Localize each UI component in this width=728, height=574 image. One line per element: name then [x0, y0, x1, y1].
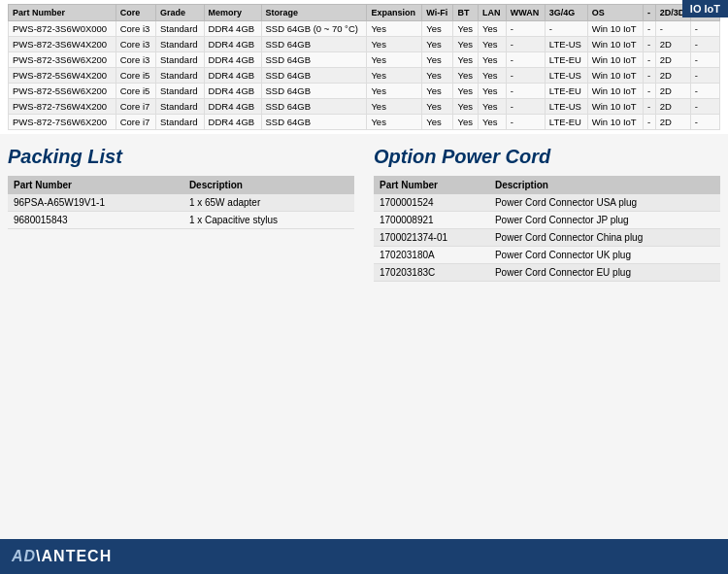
- packing-list-table: Part Number Description 96PSA-A65W19V1-1…: [8, 176, 354, 229]
- table-cell: SSD 64GB: [261, 68, 367, 84]
- table-cell: -: [506, 68, 545, 84]
- table-cell: -: [644, 84, 656, 99]
- table-cell: SSD 64GB: [261, 84, 367, 99]
- table-cell: Core i5: [116, 68, 155, 84]
- packing-list-body: 96PSA-A65W19V1-11 x 65W adapter968001584…: [8, 194, 354, 229]
- main-table: Part Number Core Grade Memory Storage Ex…: [8, 4, 720, 130]
- table-cell: 2D: [655, 52, 690, 68]
- table-cell: DDR4 4GB: [204, 37, 261, 52]
- table-cell: Standard: [156, 68, 205, 84]
- table-cell: Yes: [453, 37, 479, 52]
- table-cell: -: [644, 115, 656, 130]
- table-cell: DDR4 4GB: [204, 84, 261, 99]
- option-power-table: Part Number Description 1700001524Power …: [374, 176, 720, 282]
- table-cell: -: [545, 21, 587, 37]
- table-cell: Yes: [422, 99, 453, 115]
- table-cell: Standard: [156, 52, 205, 68]
- table-cell: Yes: [367, 99, 422, 115]
- table-cell: PWS-872-7S6W6X200: [9, 115, 116, 130]
- table-cell: Yes: [453, 52, 479, 68]
- table-cell: -: [690, 99, 719, 115]
- table-cell: Yes: [479, 21, 507, 37]
- list-cell: Power Cord Connector UK plug: [489, 247, 720, 264]
- table-row: PWS-872-7S6W6X200Core i7StandardDDR4 4GB…: [9, 115, 720, 130]
- table-cell: 2D: [655, 84, 690, 99]
- option-power-title: Option Power Cord: [374, 146, 720, 168]
- table-cell: SSD 64GB (0 ~ 70 °C): [261, 21, 367, 37]
- table-cell: Standard: [156, 21, 205, 37]
- table-cell: -: [690, 84, 719, 99]
- list-cell: 1 x Capacitive stylus: [183, 212, 354, 229]
- table-cell: 2D: [655, 115, 690, 130]
- table-cell: Win 10 IoT: [587, 84, 643, 99]
- table-cell: Win 10 IoT: [587, 115, 643, 130]
- list-cell: 1700008921: [374, 212, 489, 229]
- table-row: PWS-872-3S6W4X200Core i3StandardDDR4 4GB…: [9, 37, 720, 52]
- packing-col-desc: Description: [183, 176, 354, 194]
- main-table-body: PWS-872-3S6W0X000Core i3StandardDDR4 4GB…: [9, 21, 720, 130]
- table-cell: -: [644, 99, 656, 115]
- table-cell: Yes: [367, 115, 422, 130]
- list-item: 1700021374-01Power Cord Connector China …: [374, 229, 720, 247]
- table-cell: Yes: [422, 68, 453, 84]
- list-item: 170203180APower Cord Connector UK plug: [374, 247, 720, 264]
- table-cell: -: [690, 21, 719, 37]
- table-cell: DDR4 4GB: [204, 21, 261, 37]
- packing-col-part: Part Number: [8, 176, 183, 194]
- list-item: 170203183CPower Cord Connector EU plug: [374, 264, 720, 282]
- table-cell: Yes: [367, 52, 422, 68]
- footer-logo-tech: ANTECH: [42, 548, 113, 564]
- table-cell: Yes: [422, 21, 453, 37]
- table-cell: PWS-872-3S6W0X000: [9, 21, 116, 37]
- table-cell: -: [506, 99, 545, 115]
- table-cell: Yes: [422, 37, 453, 52]
- table-cell: Yes: [422, 84, 453, 99]
- table-cell: PWS-872-5S6W4X200: [9, 68, 116, 84]
- table-cell: PWS-872-3S6W6X200: [9, 52, 116, 68]
- col-storage: Storage: [261, 5, 367, 21]
- table-cell: Yes: [453, 99, 479, 115]
- io-iot-tag: IO IoT: [682, 0, 728, 17]
- list-item: 1700008921Power Cord Connector JP plug: [374, 212, 720, 229]
- col-grade: Grade: [156, 5, 205, 21]
- list-item: 96PSA-A65W19V1-11 x 65W adapter: [8, 194, 354, 212]
- content-area: Packing List Part Number Description 96P…: [0, 134, 728, 289]
- col-barcode: -: [644, 5, 656, 21]
- list-cell: Power Cord Connector USA plug: [489, 194, 720, 212]
- table-cell: Core i3: [116, 52, 155, 68]
- table-cell: -: [506, 115, 545, 130]
- table-row: PWS-872-3S6W6X200Core i3StandardDDR4 4GB…: [9, 52, 720, 68]
- packing-list-header-row: Part Number Description: [8, 176, 354, 194]
- table-cell: -: [644, 21, 656, 37]
- table-cell: Yes: [422, 115, 453, 130]
- list-cell: Power Cord Connector JP plug: [489, 212, 720, 229]
- table-cell: DDR4 4GB: [204, 115, 261, 130]
- table-cell: DDR4 4GB: [204, 68, 261, 84]
- col-3g4g: 3G/4G: [545, 5, 587, 21]
- list-cell: 170203183C: [374, 264, 489, 282]
- col-core: Core: [116, 5, 155, 21]
- table-cell: Win 10 IoT: [587, 52, 643, 68]
- table-cell: LTE-US: [545, 99, 587, 115]
- table-row: PWS-872-5S6W4X200Core i5StandardDDR4 4GB…: [9, 68, 720, 84]
- table-cell: Yes: [479, 115, 507, 130]
- table-cell: Yes: [479, 52, 507, 68]
- table-cell: Yes: [367, 37, 422, 52]
- power-cord-body: 1700001524Power Cord Connector USA plug1…: [374, 194, 720, 282]
- table-cell: LTE-US: [545, 68, 587, 84]
- table-row: PWS-872-5S6W6X200Core i5StandardDDR4 4GB…: [9, 84, 720, 99]
- table-cell: Standard: [156, 99, 205, 115]
- table-cell: 2D: [655, 68, 690, 84]
- table-cell: -: [506, 21, 545, 37]
- table-cell: -: [644, 68, 656, 84]
- table-cell: SSD 64GB: [261, 99, 367, 115]
- table-cell: Yes: [479, 37, 507, 52]
- col-part-number: Part Number: [9, 5, 116, 21]
- table-cell: -: [506, 37, 545, 52]
- table-cell: Standard: [156, 115, 205, 130]
- main-table-section: Part Number Core Grade Memory Storage Ex…: [0, 0, 728, 134]
- table-cell: Yes: [479, 84, 507, 99]
- table-cell: -: [655, 21, 690, 37]
- footer: AD\ANTECH: [0, 539, 728, 574]
- table-cell: SSD 64GB: [261, 115, 367, 130]
